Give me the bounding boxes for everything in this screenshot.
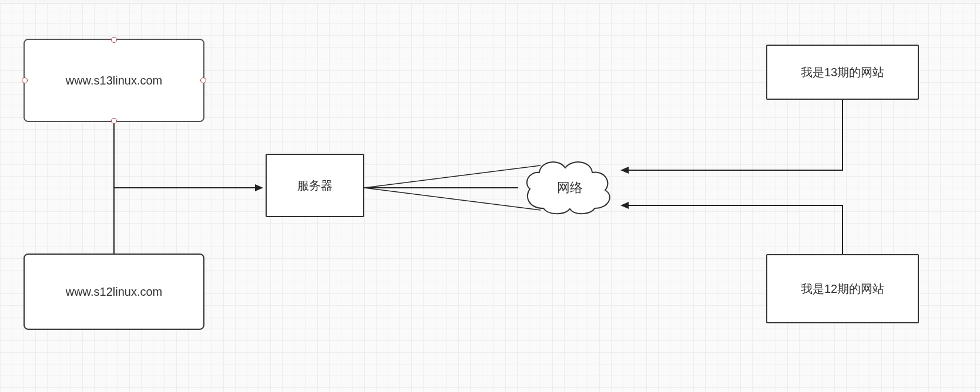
node-server[interactable]: 服务器 (266, 154, 364, 217)
node-client13[interactable]: 我是13期的网站 (766, 45, 919, 100)
node-client12[interactable]: 我是12期的网站 (766, 254, 919, 323)
node-server-label: 服务器 (297, 178, 333, 194)
node-site12-label: www.s12linux.com (66, 285, 163, 299)
node-site13[interactable]: www.s13linux.com (24, 39, 204, 122)
node-site12[interactable]: www.s12linux.com (24, 254, 204, 330)
selection-handle-bottom[interactable] (111, 118, 117, 124)
selection-handle-right[interactable] (200, 77, 206, 83)
node-site13-label: www.s13linux.com (66, 74, 163, 87)
node-client12-label: 我是12期的网站 (801, 281, 884, 297)
selection-handle-left[interactable] (22, 77, 28, 83)
top-border (0, 0, 980, 4)
node-network-label: 网络 (557, 179, 583, 197)
selection-handle-top[interactable] (111, 37, 117, 43)
node-client13-label: 我是13期的网站 (801, 65, 884, 80)
node-network[interactable]: 网络 (517, 153, 623, 223)
